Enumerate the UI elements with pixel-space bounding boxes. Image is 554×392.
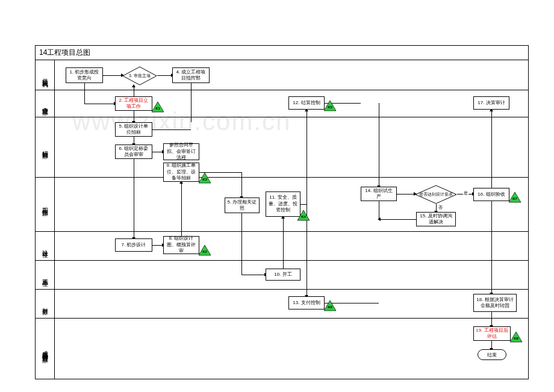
lane-label: 工程指挥部 <box>36 178 54 232</box>
box-14: 14. 组织试生产 <box>361 187 397 201</box>
box-21: 10. 开工 <box>266 269 300 281</box>
edge-yes: 是 <box>463 190 468 196</box>
box-8: 8. 组织设计图、概预算评审 <box>163 236 199 254</box>
triangle-k1: K1 <box>151 101 164 113</box>
lane-label: 设计单位 <box>36 232 54 261</box>
box-2: 2. 工程项目立项工作 <box>115 96 152 111</box>
triangle-k4: K4 <box>297 210 310 221</box>
diagram-title: 14工程项目总图 <box>36 46 528 60</box>
triangle-k7: K7 <box>508 191 521 203</box>
box-13: 13. 支付控制 <box>288 296 325 310</box>
box-16: 16. 组织验收 <box>473 188 509 201</box>
triangle-k8: K8 <box>509 331 523 343</box>
box-5: 5. 组织设计单位招标 <box>115 122 152 137</box>
triangle-k3: K3 <box>198 172 211 184</box>
box-10a: 5. 办理相关证照 <box>225 198 260 213</box>
box-9: 9. 组织施工单位、监理、设备等招标 <box>163 163 199 182</box>
lane-labels: 公司决策机构 企业管理部 招标订购部 工程指挥部 设计单位 施工单位 财务部 成… <box>36 60 55 379</box>
box-6: 6. 组织定标委员会审审 <box>115 145 152 159</box>
lane-label: 财务部 <box>36 290 54 319</box>
box-19: 19. 工程项目后评估 <box>473 326 511 341</box>
box-11: 11. 安全、质量、进度、投资控制 <box>266 191 300 217</box>
box-1: 1. 初步形成投资意向 <box>66 67 103 83</box>
triangle-k5: K5 <box>323 100 337 111</box>
lane-label: 施工单位 <box>36 261 54 290</box>
box-12: 12. 结算控制 <box>288 96 325 110</box>
lane-label: 企业管理部 <box>36 90 54 117</box>
box-15: 15. 及时协调沟通解决 <box>416 212 456 226</box>
box-18: 18. 根据决算审计金额及时转固 <box>473 294 517 312</box>
box-17: 17. 决算审计 <box>473 96 509 110</box>
triangle-k2: K2 <box>198 244 211 256</box>
lane-label: 公司决策机构 <box>36 60 54 90</box>
lane-label: 招标订购部 <box>36 117 54 178</box>
box-6a: 参照合同草拟、会审签订流程 <box>163 143 199 160</box>
diagram-frame: 14工程项目总图 公司决策机构 企业管理部 招标订购部 工程指挥部 设计单位 施… <box>35 45 529 379</box>
diamond-15: 是否达到设计要求 <box>415 185 457 204</box>
edge-no: 否 <box>438 205 443 211</box>
lane-label: 成大总部投资与资产管理部 <box>36 319 54 379</box>
lane-body: 1. 初步形成投资意向 3. 审批立项 4. 成立工程项目指挥部 2. 工程项目… <box>55 60 528 379</box>
box-7: 7. 初步设计 <box>115 238 152 252</box>
diamond-3: 3. 审批立项 <box>122 66 157 86</box>
box-4: 4. 成立工程项目指挥部 <box>172 67 210 83</box>
triangle-k6: K6 <box>323 300 337 311</box>
terminator-end: 结束 <box>478 349 506 360</box>
